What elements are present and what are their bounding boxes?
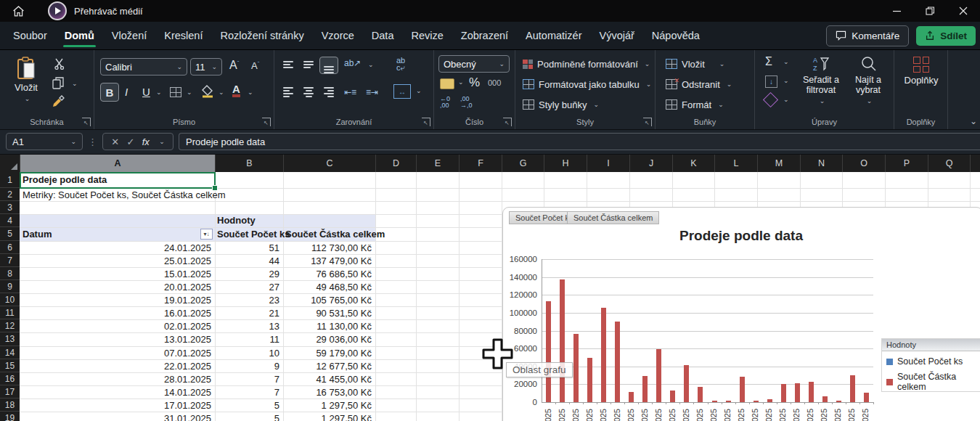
comma-style-button[interactable]: 000 xyxy=(488,78,501,87)
tab-revize[interactable]: Revize xyxy=(402,22,452,49)
formula-input[interactable]: Prodeje podle data xyxy=(179,133,980,150)
accounting-chevron[interactable]: ⌄ xyxy=(458,78,464,86)
shrink-font-button[interactable]: Aˇ xyxy=(251,60,259,71)
autosum-button[interactable]: Σ xyxy=(765,55,772,68)
align-bottom-icon[interactable] xyxy=(319,57,338,74)
row-header-1[interactable]: 1 xyxy=(0,172,20,188)
format-cells-button[interactable]: Formát⌄ xyxy=(666,96,724,113)
font-color-button[interactable]: A xyxy=(232,83,240,97)
fill-color-button[interactable] xyxy=(200,84,215,102)
column-header-q[interactable]: Q xyxy=(928,154,971,172)
restore-button[interactable] xyxy=(913,0,947,22)
format-as-table-button[interactable]: Formátovat jako tabulku⌄ xyxy=(523,75,651,93)
column-header-e[interactable]: E xyxy=(417,154,460,172)
comments-button[interactable]: Komentáře xyxy=(826,25,909,46)
cut-button[interactable] xyxy=(54,58,66,73)
column-header-c[interactable]: C xyxy=(284,154,376,172)
row-header-16[interactable]: 16 xyxy=(0,372,20,385)
fill-button[interactable]: ↓ xyxy=(765,75,777,88)
conditional-formatting-button[interactable]: Podmíněné formátování⌄ xyxy=(523,55,650,73)
column-header-p[interactable]: P xyxy=(886,154,928,172)
column-header-k[interactable]: K xyxy=(673,154,715,172)
tab-data[interactable]: Data xyxy=(363,22,403,49)
row-header-4[interactable]: 4 xyxy=(0,214,20,227)
column-header-f[interactable]: F xyxy=(460,154,502,172)
clear-button[interactable] xyxy=(763,92,778,107)
row-header-15[interactable]: 15 xyxy=(0,359,20,372)
tab-rozložení-stránky[interactable]: Rozložení stránky xyxy=(211,22,312,49)
row-header-5[interactable]: 5 xyxy=(0,227,20,241)
tab-nápověda[interactable]: Nápověda xyxy=(643,22,709,49)
legend-item[interactable]: Součet Částka celkem xyxy=(886,372,980,392)
column-header-m[interactable]: M xyxy=(758,154,801,172)
fill-color-chevron[interactable]: ⌄ xyxy=(219,89,224,96)
column-header-a[interactable]: A xyxy=(20,154,216,172)
decrease-indent-icon[interactable]: ⇤≡ xyxy=(344,87,356,97)
column-header-l[interactable]: L xyxy=(715,154,758,172)
fx-chevron[interactable]: ⌄ xyxy=(159,138,165,145)
underline-chevron[interactable]: ⌄ xyxy=(156,89,162,96)
share-button[interactable]: Sdílet xyxy=(916,26,976,46)
column-header-b[interactable]: B xyxy=(216,154,284,172)
insert-cells-button[interactable]: Vložit⌄ xyxy=(666,55,724,73)
wrap-text-button[interactable]: abc⤶ xyxy=(396,57,405,71)
font-size-select[interactable]: 11⌄ xyxy=(190,58,222,75)
decrease-decimal-button[interactable]: ,00→,0 xyxy=(460,96,473,109)
bold-button[interactable]: B xyxy=(100,83,119,102)
increase-decimal-button[interactable]: ←0,00 xyxy=(440,96,450,109)
row-header-2[interactable]: 2 xyxy=(0,188,20,201)
find-select-button[interactable]: Najít a vybrat ⌄ xyxy=(848,55,889,105)
copy-dropdown-chevron[interactable]: ⌄ xyxy=(72,80,78,87)
align-top-icon[interactable] xyxy=(283,61,293,68)
row-header-17[interactable]: 17 xyxy=(0,385,20,398)
font-dialog-launcher[interactable]: ↘ xyxy=(262,118,271,126)
underline-button[interactable]: U xyxy=(142,86,150,98)
grow-font-button[interactable]: Aˆ xyxy=(229,59,239,72)
insert-function-icon[interactable]: fx xyxy=(142,136,150,147)
clear-chevron[interactable]: ⌄ xyxy=(783,96,789,103)
chart-legend[interactable]: Hodnoty Součet Počet ksSoučet Částka cel… xyxy=(881,338,980,392)
font-name-select[interactable]: Calibri⌄ xyxy=(100,58,187,75)
chart-title[interactable]: Prodeje podle data xyxy=(669,228,814,244)
pivot-chart[interactable]: Součet Počet ks Součet Částka celkem Pro… xyxy=(502,207,980,421)
pivot-sort-filter-button[interactable]: ▾↓ xyxy=(200,229,213,240)
tab-vložení[interactable]: Vložení xyxy=(103,22,155,49)
alignment-dialog-launcher[interactable]: ↘ xyxy=(422,118,430,126)
column-header-o[interactable]: O xyxy=(843,154,886,172)
tab-zobrazení[interactable]: Zobrazení xyxy=(452,22,517,49)
align-middle-icon[interactable] xyxy=(303,61,314,68)
number-dialog-launcher[interactable]: ↘ xyxy=(503,118,512,126)
tab-soubor[interactable]: Soubor xyxy=(4,22,56,49)
column-header-j[interactable]: J xyxy=(630,154,673,172)
align-left-icon[interactable] xyxy=(283,87,293,97)
styles-dialog-launcher[interactable]: ↘ xyxy=(643,118,652,126)
italic-button[interactable]: I xyxy=(125,86,128,98)
format-painter-button[interactable] xyxy=(52,94,65,110)
addins-button[interactable]: Doplňky xyxy=(902,57,941,86)
collapse-ribbon-chevron[interactable]: ⌄ xyxy=(970,116,977,126)
align-right-icon[interactable] xyxy=(324,87,334,97)
select-all-corner[interactable] xyxy=(0,154,20,172)
column-header-h[interactable]: H xyxy=(544,154,587,172)
row-header-14[interactable]: 14 xyxy=(0,346,20,359)
column-header-n[interactable]: N xyxy=(801,154,843,172)
row-header-11[interactable]: 11 xyxy=(0,306,20,319)
align-center-icon[interactable] xyxy=(303,87,314,97)
legend-item[interactable]: Součet Počet ks xyxy=(886,356,980,367)
confirm-entry-icon[interactable]: ✓ xyxy=(126,136,134,147)
increase-indent-icon[interactable]: ≡⇥ xyxy=(366,87,378,97)
cell-styles-button[interactable]: Styly buňky⌄ xyxy=(523,96,599,113)
fill-chevron[interactable]: ⌄ xyxy=(783,77,789,84)
clipboard-dialog-launcher[interactable]: ↘ xyxy=(82,118,91,126)
cancel-entry-icon[interactable]: ✕ xyxy=(111,136,119,147)
row-header-6[interactable]: 6 xyxy=(0,241,20,254)
delete-cells-button[interactable]: ✕ Odstranit⌄ xyxy=(666,75,732,93)
name-box[interactable]: A1⌄ xyxy=(6,133,83,150)
tab-automatizér[interactable]: Automatizér xyxy=(517,22,590,49)
sort-filter-button[interactable]: A Z Seřadit a filtrovat ⌄ xyxy=(797,55,845,105)
row-header-13[interactable]: 13 xyxy=(0,332,20,346)
row-header-12[interactable]: 12 xyxy=(0,319,20,332)
number-format-select[interactable]: Obecný⌄ xyxy=(438,55,510,73)
home-icon[interactable] xyxy=(6,5,30,17)
chart-field-button-amount[interactable]: Součet Částka celkem xyxy=(567,211,659,224)
